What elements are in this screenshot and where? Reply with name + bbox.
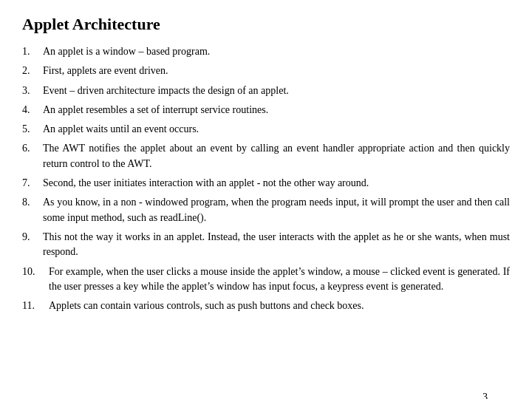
list-item: 4.An applet resembles a set of interrupt…	[22, 103, 510, 117]
item-number: 10.	[22, 265, 49, 279]
item-text: For example, when the user clicks a mous…	[49, 265, 510, 295]
list-item: 6.The AWT notifies the applet about an e…	[22, 141, 510, 171]
item-text: As you know, in a non - windowed program…	[43, 195, 510, 225]
item-text: An applet is a window – based program.	[43, 44, 510, 59]
item-text: First, applets are event driven.	[43, 64, 510, 78]
list-item: 10.For example, when the user clicks a m…	[22, 265, 510, 295]
item-number: 1.	[22, 44, 43, 59]
item-number: 7.	[22, 176, 43, 191]
item-text: An applet resembles a set of interrupt s…	[43, 103, 510, 117]
item-number: 2.	[22, 64, 43, 78]
list-item: 5.An applet waits until an event occurs.	[22, 122, 510, 137]
list-item: 9.This not the way it works in an applet…	[22, 230, 510, 260]
page-title: Applet Architecture	[22, 15, 510, 34]
list-item: 8.As you know, in a non - windowed progr…	[22, 195, 510, 225]
item-text: Applets can contain various controls, su…	[49, 299, 510, 313]
item-text: Second, the user initiates interaction w…	[43, 176, 510, 191]
item-text: The AWT notifies the applet about an eve…	[43, 141, 510, 171]
list-item: 3.Event – driven architecture impacts th…	[22, 83, 510, 98]
item-number: 9.	[22, 230, 43, 245]
item-number: 6.	[22, 141, 43, 156]
page-number: 3	[482, 392, 488, 399]
list-item: 7.Second, the user initiates interaction…	[22, 176, 510, 191]
item-number: 5.	[22, 122, 43, 137]
item-text: This not the way it works in an applet. …	[43, 230, 510, 260]
item-number: 3.	[22, 83, 43, 98]
list-item: 11.Applets can contain various controls,…	[22, 299, 510, 313]
list-item: 2.First, applets are event driven.	[22, 64, 510, 78]
list-item: 1.An applet is a window – based program.	[22, 44, 510, 59]
item-number: 4.	[22, 103, 43, 117]
item-number: 8.	[22, 195, 43, 210]
item-number: 11.	[22, 299, 49, 313]
content-list: 1.An applet is a window – based program.…	[22, 44, 510, 313]
item-text: An applet waits until an event occurs.	[43, 122, 510, 137]
page-container: Applet Architecture 1.An applet is a win…	[22, 15, 510, 399]
item-text: Event – driven architecture impacts the …	[43, 83, 510, 98]
